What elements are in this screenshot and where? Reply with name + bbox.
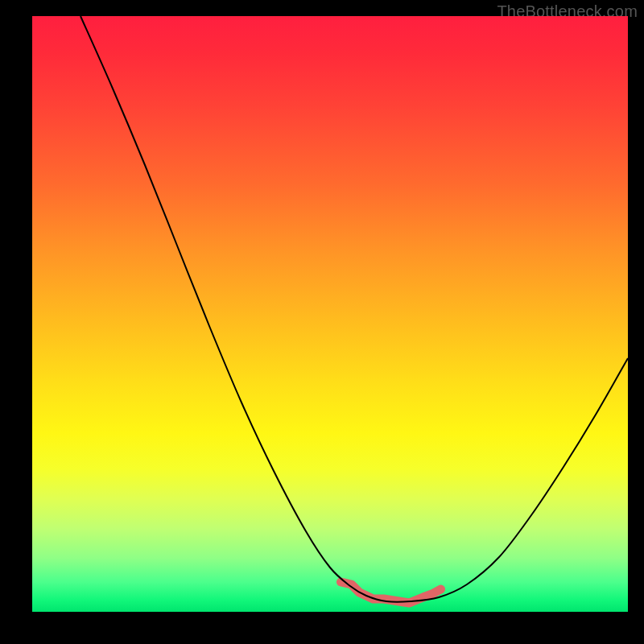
bottleneck-curve [80, 16, 628, 602]
curve-layer [32, 16, 628, 612]
plot-area [32, 16, 628, 612]
chart-frame: TheBottleneck.com [0, 0, 644, 644]
